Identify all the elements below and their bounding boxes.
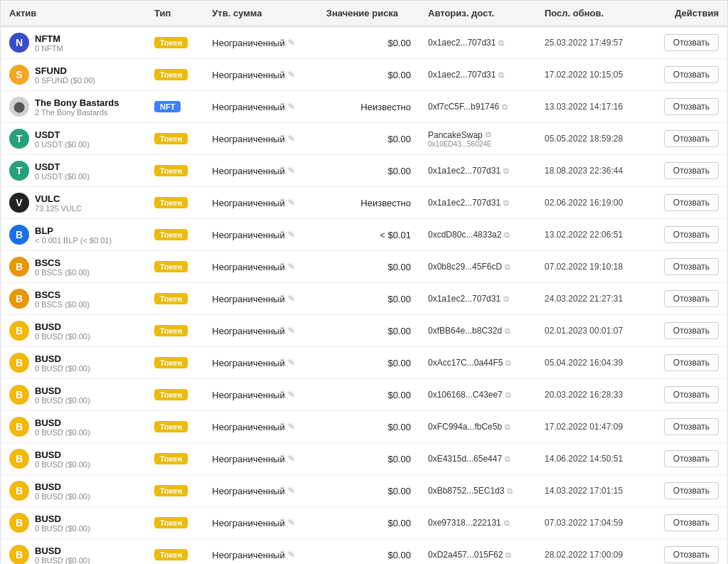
approved-cell-7: Неограниченный ✎	[203, 251, 318, 283]
risk-value-13: $0.00	[387, 454, 411, 464]
auth-addr-4: 0x1a1ec2...707d31	[428, 166, 500, 176]
revoke-button-7[interactable]: Отозвать	[664, 258, 719, 275]
edit-icon-6[interactable]: ✎	[288, 230, 295, 240]
date-value-5: 02.06.2022 16:19:00	[545, 198, 623, 208]
revoke-button-8[interactable]: Отозвать	[664, 290, 719, 307]
revoke-button-2[interactable]: Отозвать	[664, 98, 719, 115]
copy-icon-14[interactable]: ⧉	[507, 486, 513, 496]
copy-icon-13[interactable]: ⧉	[505, 454, 510, 464]
edit-icon-16[interactable]: ✎	[288, 550, 295, 560]
asset-name-11: BUSD	[35, 385, 90, 396]
approvals-table: Актив Тип Утв. сумма Значение риска Авто…	[0, 0, 728, 564]
approved-cell-14: Неограниченный ✎	[203, 475, 318, 507]
edit-icon-4[interactable]: ✎	[288, 166, 295, 176]
copy-icon-2[interactable]: ⧉	[502, 102, 508, 112]
edit-icon-14[interactable]: ✎	[288, 486, 295, 496]
risk-value-3: $0.00	[387, 134, 411, 144]
type-cell-15: Токен	[146, 507, 203, 539]
edit-icon-9[interactable]: ✎	[288, 326, 295, 336]
copy-icon-11[interactable]: ⧉	[505, 390, 511, 400]
copy-icon-3[interactable]: ⧉	[486, 130, 491, 139]
edit-icon-13[interactable]: ✎	[288, 454, 295, 464]
revoke-button-12[interactable]: Отозвать	[664, 418, 719, 435]
approved-text-0: Неограниченный	[212, 38, 284, 48]
revoke-button-5[interactable]: Отозвать	[664, 194, 719, 211]
auth-addr-13: 0xE4315d...65e447	[428, 454, 502, 464]
revoke-button-11[interactable]: Отозвать	[664, 386, 719, 403]
approved-cell-1: Неограниченный ✎	[203, 59, 318, 91]
asset-info-16: BUSD 0 BUSD ($0.00)	[35, 546, 90, 565]
edit-icon-0[interactable]: ✎	[288, 38, 295, 48]
revoke-button-15[interactable]: Отозвать	[664, 514, 719, 531]
copy-icon-10[interactable]: ⧉	[505, 358, 511, 368]
revoke-button-3[interactable]: Отозвать	[664, 130, 719, 147]
table-row: B BUSD 0 BUSD ($0.00) Токен Неограниченн…	[1, 411, 728, 443]
edit-icon-5[interactable]: ✎	[288, 198, 295, 208]
auth-cell-9: 0xfBB64e...b8C32d ⧉	[419, 315, 536, 347]
revoke-button-16[interactable]: Отозвать	[664, 546, 719, 563]
asset-icon-15: B	[9, 513, 29, 533]
date-value-1: 17.02.2022 10:15:05	[545, 70, 623, 80]
type-cell-3: Токен	[146, 123, 203, 155]
revoke-button-0[interactable]: Отозвать	[664, 34, 719, 51]
edit-icon-8[interactable]: ✎	[288, 294, 295, 304]
asset-icon-2: ⬤	[9, 97, 29, 117]
asset-sub-11: 0 BUSD ($0.00)	[35, 396, 90, 405]
asset-cell-2: ⬤ The Bony Bastards 2 The Bony Bastards	[1, 91, 146, 123]
risk-cell-3: $0.00	[318, 123, 419, 155]
revoke-button-1[interactable]: Отозвать	[664, 66, 719, 83]
copy-icon-12[interactable]: ⧉	[505, 422, 510, 432]
revoke-button-10[interactable]: Отозвать	[664, 354, 719, 371]
copy-icon-7[interactable]: ⧉	[505, 262, 510, 272]
edit-icon-1[interactable]: ✎	[288, 70, 295, 80]
edit-icon-10[interactable]: ✎	[288, 358, 295, 368]
edit-icon-11[interactable]: ✎	[288, 390, 295, 400]
copy-icon-15[interactable]: ⧉	[504, 518, 510, 528]
edit-icon-15[interactable]: ✎	[288, 518, 295, 528]
edit-icon-3[interactable]: ✎	[288, 134, 295, 144]
copy-icon-4[interactable]: ⧉	[503, 166, 509, 176]
asset-sub-6: < 0.001 BLP (< $0.01)	[35, 236, 112, 245]
asset-sub-1: 0 SFUND ($0.00)	[35, 76, 95, 85]
type-cell-10: Токен	[146, 347, 203, 379]
copy-icon-5[interactable]: ⧉	[503, 198, 509, 208]
risk-value-15: $0.00	[387, 518, 411, 528]
asset-info-15: BUSD 0 BUSD ($0.00)	[35, 514, 90, 533]
asset-icon-12: B	[9, 417, 29, 437]
badge-0: Токен	[154, 37, 188, 48]
risk-value-9: $0.00	[387, 326, 411, 336]
asset-info-1: SFUND 0 SFUND ($0.00)	[35, 65, 95, 85]
asset-cell-8: B BSCS 0 BSCS ($0.00)	[1, 283, 146, 315]
approved-text-16: Неограниченный	[212, 550, 284, 560]
revoke-button-14[interactable]: Отозвать	[664, 482, 719, 499]
approved-text-13: Неограниченный	[212, 454, 284, 464]
badge-3: Токен	[154, 133, 188, 144]
date-cell-10: 05.04.2022 16:04:39	[536, 347, 645, 379]
approved-cell-5: Неограниченный ✎	[203, 187, 318, 219]
asset-name-2: The Bony Bastards	[35, 97, 119, 108]
revoke-button-13[interactable]: Отозвать	[664, 450, 719, 467]
copy-icon-6[interactable]: ⧉	[504, 230, 510, 240]
edit-icon-2[interactable]: ✎	[288, 102, 295, 112]
date-cell-8: 24.03.2022 21:27:31	[536, 283, 645, 315]
edit-icon-7[interactable]: ✎	[288, 262, 295, 272]
asset-icon-5: V	[9, 193, 29, 213]
asset-name-16: BUSD	[35, 546, 90, 556]
edit-icon-12[interactable]: ✎	[288, 422, 295, 432]
copy-icon-0[interactable]: ⧉	[498, 38, 504, 48]
copy-icon-8[interactable]: ⧉	[503, 294, 509, 304]
table-row: B BSCS 0 BSCS ($0.00) Токен Неограниченн…	[1, 251, 728, 283]
copy-icon-16[interactable]: ⧉	[505, 550, 511, 560]
badge-6: Токен	[154, 229, 188, 240]
copy-icon-1[interactable]: ⧉	[498, 70, 504, 80]
asset-name-14: BUSD	[35, 481, 90, 492]
table-row: B BUSD 0 BUSD ($0.00) Токен Неограниченн…	[1, 315, 728, 347]
copy-icon-9[interactable]: ⧉	[505, 326, 510, 336]
risk-value-12: $0.00	[387, 422, 411, 432]
revoke-button-4[interactable]: Отозвать	[664, 162, 719, 179]
date-cell-16: 28.02.2022 17:00:09	[536, 539, 645, 565]
revoke-button-6[interactable]: Отозвать	[664, 226, 719, 243]
approved-cell-15: Неограниченный ✎	[203, 507, 318, 539]
asset-info-7: BSCS 0 BSCS ($0.00)	[35, 257, 90, 277]
revoke-button-9[interactable]: Отозвать	[664, 322, 719, 339]
